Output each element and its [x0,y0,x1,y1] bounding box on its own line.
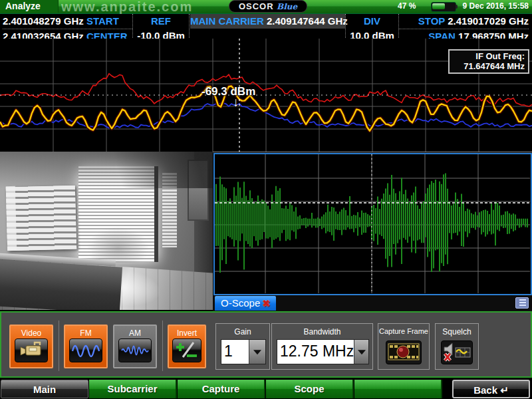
if-out-label: IF Out Freq: [453,51,525,61]
video-poster-margin [6,186,17,250]
analyze-menu[interactable]: Analyze [0,0,59,13]
start-label: START [86,15,119,27]
fm-demod-button[interactable]: FM [64,325,108,368]
am-button-label: AM [114,329,156,338]
if-out-value: 71.647644 MHz [453,61,525,71]
bandwidth-dropdown-arrow-icon[interactable] [354,340,368,364]
video-plant-silhouette [86,226,150,263]
datetime-display: 9 Dec 2016, 15:58 [463,1,529,11]
oscope-tab-label: O-Scope [221,297,260,309]
gain-label: Gain [216,327,269,336]
video-button-label: Video [11,329,52,338]
gain-value: 1 [221,340,249,364]
oscope-close-icon[interactable]: ✖ [262,298,270,309]
gain-combobox[interactable]: 1 [221,339,266,364]
gain-control: Gain 1 [215,323,270,370]
panel-separator [59,321,59,371]
bandwidth-label: Bandwidth [272,327,372,336]
main-carrier-label: MAIN CARRIER [190,15,264,27]
capture-frame-button[interactable]: Capture Frame [378,323,430,370]
oscor-analyzer-screen: Analyze www.anpaite.com OSCOR Blue 47 % … [0,0,532,399]
video-desk-front [0,259,122,310]
am-wave-icon [118,338,152,362]
back-button-label: Back [473,384,497,396]
gain-dropdown-arrow-icon[interactable] [249,340,265,364]
oscope-tab[interactable]: O-Scope✖ [215,296,276,311]
bandwidth-value: 12.75 MHz [277,340,354,364]
marker-arrow-icon: ↓ [233,95,239,110]
video-ceiling-shadow [0,152,213,188]
video-camera-icon [15,338,48,362]
battery-icon [431,2,456,12]
oscor-logo: OSCOR Blue [229,0,307,13]
stop-value: 2.419017029 GHz [448,15,529,27]
stop-label: STOP [418,15,445,27]
if-out-frequency-box: IF Out Freq: 71.647644 MHz [448,49,529,74]
fm-button-label: FM [65,329,106,338]
squelch-button[interactable]: Squelch [435,323,479,370]
fm-wave-icon [69,338,102,362]
scope-tab-bar: O-Scope✖ [213,295,532,311]
invert-button[interactable]: Invert [168,325,206,368]
top-status-bar: Analyze www.anpaite.com OSCOR Blue 47 % … [0,0,532,14]
squelch-icon [441,340,473,364]
video-mode-button[interactable]: Video [9,325,53,368]
capture-frame-label: Capture Frame [378,327,429,335]
am-demod-button[interactable]: AM [113,325,157,368]
bandwidth-combobox[interactable]: 12.75 MHz [277,339,369,364]
invert-icon [172,338,201,362]
return-arrow-icon: ↵ [500,384,509,396]
capture-frame-icon [386,340,422,364]
panel-separator [162,321,163,371]
marker-level-label: -69.3 dBm [201,85,255,98]
invert-button-label: Invert [169,329,205,338]
scope-list-icon[interactable] [515,297,529,309]
bottom-nav-bar: Main Subcarrier Capture Scope Back ↵ [0,379,532,399]
battery-percentage: 47 % [398,1,416,11]
logo-subtext: Blue [277,2,297,11]
nav-tab-blank [354,380,442,398]
nav-tab-capture[interactable]: Capture [178,380,265,398]
bandwidth-control: Bandwidth 12.75 MHz [271,323,373,370]
logo-text: OSCOR [239,1,274,11]
ref-label: REF [133,14,189,29]
demodulation-control-panel: Video FM AM [0,311,532,378]
nav-tab-subcarrier[interactable]: Subcarrier [89,380,177,398]
back-button[interactable]: Back ↵ [452,380,530,398]
oscope-trace [215,154,530,293]
nav-tab-main[interactable]: Main [1,380,88,398]
main-carrier-value: 2.409147644 GHz [267,15,348,27]
oscilloscope-display [213,153,532,295]
demodulated-video-feed [0,152,213,310]
squelch-label: Squelch [436,327,478,336]
nav-tab-scope[interactable]: Scope [266,380,354,398]
watermark-text: www.anpaite.com [61,0,227,13]
start-frequency: 2.401048279 GHz [3,15,84,27]
div-label: DIV [346,14,398,29]
